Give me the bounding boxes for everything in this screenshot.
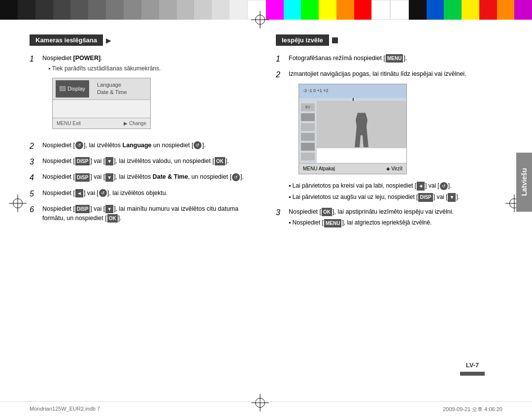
ev-option-icon: EV <box>301 103 315 111</box>
menu-items-label: Language Date & Time <box>94 80 130 97</box>
option-icon-1 <box>301 113 315 121</box>
option-icon-2 <box>301 123 315 131</box>
camera-ui-header: Display Language Date & Time <box>53 78 150 100</box>
option-icon-4 <box>301 143 315 151</box>
dial-b1: ↺ <box>440 182 448 190</box>
step-2-num: 2 <box>30 141 39 152</box>
menu-item-language: Language <box>97 81 127 89</box>
down-btn-3: ▼ <box>105 157 113 165</box>
bullet-1: ▪ Lai pārvietotos pa kreisi vai pa labi,… <box>289 181 502 191</box>
left-column: Kameras ieslēgšana ▶ 1 Nospiediet [POWER… <box>30 34 256 232</box>
right-step-3: 3 Nospiediet [OK], lai apstiprinātu iezī… <box>276 207 502 227</box>
camera-ui: Display Language Date & Time MENU Exit ▶… <box>52 78 151 129</box>
dial-icon-4: ↺ <box>232 173 240 181</box>
right-step-2: 2 Izmantojiet navigācijas pogas, lai rit… <box>276 69 502 202</box>
menu-btn-r3: MENU <box>324 219 341 227</box>
active-tab-label: Display <box>67 85 85 93</box>
footer-menu-exit: MENU Exit <box>57 120 81 127</box>
page-number-area: LV-7 <box>460 361 485 376</box>
sidebar-label: Latviešu <box>516 153 532 212</box>
step-6: 6 Nospiediet [DISP] vai [▼], lai mainītu… <box>30 204 256 223</box>
footer-change: ▶ Change <box>124 120 146 127</box>
right-column: Iespēju izvēle 1 Fotografēšanas režīmā n… <box>276 34 502 232</box>
step-3-num: 3 <box>30 157 39 167</box>
step-4-num: 4 <box>30 172 39 183</box>
color-strip <box>266 0 532 20</box>
right-step-1: 1 Fotografēšanas režīmā nospiediet [MENU… <box>276 54 502 64</box>
camera-ui-footer: MENU Exit ▶ Change <box>53 118 150 129</box>
right-step-2-content: Izmantojiet navigācijas pogas, lai ritin… <box>289 69 502 202</box>
right-section-square <box>332 37 338 43</box>
step-5-num: 5 <box>30 189 39 199</box>
step-5: 5 Nospiediet [◄] vai [↺], lai izvēlētos … <box>30 189 256 199</box>
page-number: LV-7 <box>460 361 485 369</box>
right-step-3-num: 3 <box>276 207 286 227</box>
right-step-1-content: Fotografēšanas režīmā nospiediet [MENU]. <box>289 54 502 64</box>
columns: Kameras ieslēgšana ▶ 1 Nospiediet [POWER… <box>30 34 502 232</box>
step-1-num: 1 <box>30 54 39 136</box>
options-ui-top: -2 -1 0 +1 +2 <box>299 84 406 98</box>
options-preview-area <box>317 101 406 148</box>
step-3-content: Nospiediet [DISP] vai [▼], lai izvēlētos… <box>42 157 256 167</box>
dial-icon-2: ↺ <box>75 141 83 149</box>
left-section-title: Kameras ieslēgšana <box>30 34 103 46</box>
options-icons-panel: EV <box>299 101 317 163</box>
step-4: 4 Nospiediet [DISP] vai [▼], lai izvēlēt… <box>30 172 256 183</box>
disp-btn-3: DISP <box>75 157 90 165</box>
option-icon-5 <box>301 153 315 161</box>
footer-move: ◈ Virzīt <box>386 165 402 172</box>
bullet-list: ▪ Lai pārvietotos pa kreisi vai pa labi,… <box>289 181 502 202</box>
page-footer-bar <box>460 372 485 376</box>
dial-icon-5: ↺ <box>99 189 107 197</box>
ok-btn-3: OK <box>215 157 225 165</box>
right-section-title: Iespēju izvēle <box>276 34 329 46</box>
options-ui-footer: MENU Atpakaļ ◈ Virzīt <box>299 163 406 174</box>
grayscale-strip <box>0 0 266 20</box>
menu-btn-r1: MENU <box>386 54 403 63</box>
step-2-content: Nospiediet [↺], lai izvēlētos Language u… <box>42 141 256 152</box>
left-section-arrow: ▶ <box>106 36 111 44</box>
bottom-info-bar: Mondrian125W_EUR2.indb 7 2009-09-21 오후 4… <box>0 401 532 413</box>
camera-ui-preview <box>53 100 150 118</box>
right-step-2-num: 2 <box>276 69 286 202</box>
down-btn-4: ▼ <box>105 173 113 182</box>
footer-left-text: Mondrian125W_EUR2.indb 7 <box>30 406 100 413</box>
footer-right-text: 2009-09-21 오후 4:06:20 <box>443 406 502 413</box>
options-ui: -2 -1 0 +1 +2 EV <box>299 84 407 174</box>
step-6-num: 6 <box>30 204 39 223</box>
step-4-content: Nospiediet [DISP] vai [▼], lai izvēlētos… <box>42 172 256 183</box>
right-step-1-num: 1 <box>276 54 286 64</box>
disp-btn-b2: DISP <box>418 193 432 202</box>
display-icon <box>60 86 66 91</box>
ok-btn-r3: OK <box>322 208 332 216</box>
step-1-content: Nospiediet [POWER]. Tiek parādīts uzstād… <box>42 54 256 136</box>
camera-ui-active-tab: Display <box>56 80 89 97</box>
left-btn-5: ◄ <box>75 189 83 197</box>
step-6-content: Nospiediet [DISP] vai [▼], lai mainītu n… <box>42 204 256 223</box>
person-silhouette <box>352 113 371 147</box>
ok-btn-6: OK <box>107 214 118 223</box>
step-3-sub: ▪ Nospiediet [MENU], lai atgrieztos iepr… <box>289 218 502 227</box>
menu-item-date-time: Date & Time <box>97 89 127 96</box>
disp-btn-4: DISP <box>75 173 90 182</box>
disp-btn-6: DISP <box>75 205 90 213</box>
options-ui-content: EV <box>299 101 406 163</box>
right-step-3-content: Nospiediet [OK], lai apstiprinātu iezīmē… <box>289 207 502 227</box>
option-icon-3 <box>301 133 315 141</box>
left-btn-b1: ◄ <box>417 182 425 191</box>
down-btn-b2: ▼ <box>448 193 456 202</box>
step-1: 1 Nospiediet [POWER]. Tiek parādīts uzst… <box>30 54 256 136</box>
step-5-content: Nospiediet [◄] vai [↺], lai izvēlētos ob… <box>42 189 256 199</box>
bullet-2: ▪ Lai pārvietotos uz augšu vai uz leju, … <box>289 193 502 202</box>
ev-scale-labels: -2 -1 0 +1 +2 <box>303 88 329 95</box>
footer-back: MENU Atpakaļ <box>303 165 335 172</box>
dial-icon-2b: ↺ <box>194 141 201 149</box>
down-btn-6: ▼ <box>105 205 113 213</box>
top-color-bar <box>0 0 532 20</box>
main-content: Kameras ieslēgšana ▶ 1 Nospiediet [POWER… <box>30 34 502 394</box>
right-section-header: Iespēju izvēle <box>276 34 502 46</box>
step-1-sub: Tiek parādīts uzstādīšanas sākumekrāns. <box>42 64 256 73</box>
reg-mark-left <box>9 194 27 212</box>
left-section-header: Kameras ieslēgšana ▶ <box>30 34 256 46</box>
step-2: 2 Nospiediet [↺], lai izvēlētos Language… <box>30 141 256 152</box>
